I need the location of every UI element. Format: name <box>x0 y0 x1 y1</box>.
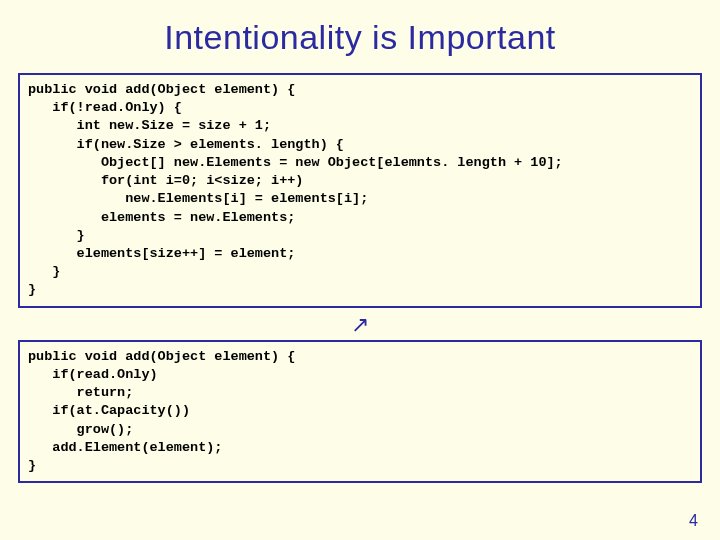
arrow-icon: ↗ <box>18 314 702 336</box>
slide: Intentionality is Important public void … <box>0 0 720 540</box>
code-block-after: public void add(Object element) { if(rea… <box>18 340 702 484</box>
page-number: 4 <box>689 512 698 530</box>
code-block-before: public void add(Object element) { if(!re… <box>18 73 702 308</box>
page-title: Intentionality is Important <box>18 18 702 57</box>
